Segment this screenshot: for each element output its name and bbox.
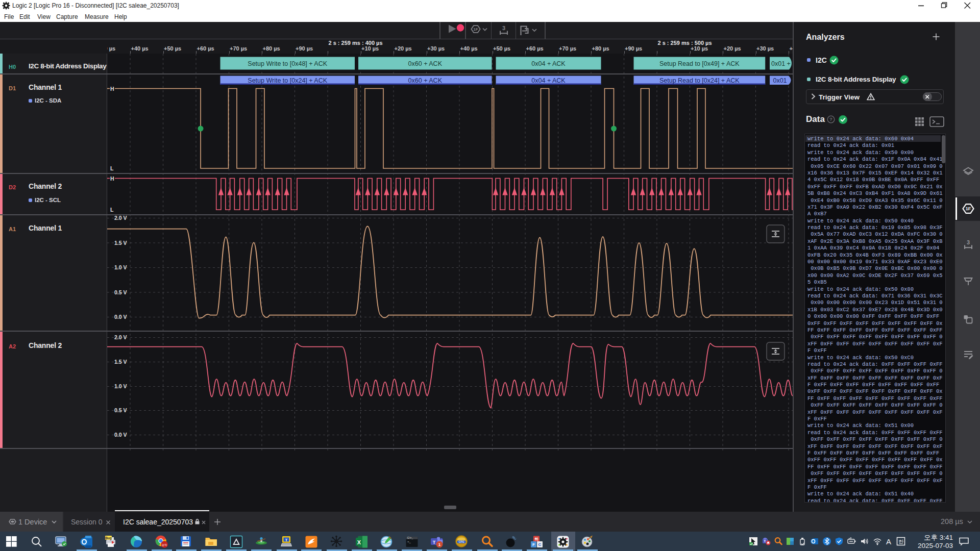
- svg-text:2.0 V: 2.0 V: [114, 215, 127, 221]
- svg-text:L: L: [110, 165, 114, 171]
- svg-text:T: T: [764, 539, 766, 543]
- svg-text:F: F: [532, 542, 535, 547]
- svg-text:A: A: [886, 537, 891, 546]
- svg-text:1: 1: [438, 542, 441, 547]
- svg-text:0.0 V: 0.0 V: [114, 314, 127, 320]
- svg-text:승혁: 승혁: [162, 543, 167, 546]
- svg-text:1.5 V: 1.5 V: [114, 359, 127, 365]
- svg-text:0x01 + N: 0x01 + N: [771, 60, 793, 67]
- svg-text:3: 3: [967, 239, 970, 245]
- svg-text:Bug: Bug: [105, 536, 112, 540]
- svg-text:H: H: [110, 86, 114, 92]
- svg-text:0.5 V: 0.5 V: [114, 289, 127, 295]
- svg-text:1F: 1F: [473, 27, 478, 32]
- svg-text:0.0 V: 0.0 V: [114, 432, 127, 438]
- svg-text:Setup Write to [0x48] + ACK: Setup Write to [0x48] + ACK: [248, 60, 327, 67]
- svg-text:0x01: 0x01: [773, 77, 787, 84]
- svg-text:0x60 + ACK: 0x60 + ACK: [408, 77, 443, 84]
- svg-text:1.5 V: 1.5 V: [114, 240, 127, 246]
- svg-text:X: X: [357, 539, 361, 545]
- svg-text:1.0 V: 1.0 V: [114, 383, 127, 389]
- svg-text:1.0 V: 1.0 V: [114, 264, 127, 270]
- svg-text:CFG: CFG: [458, 540, 464, 543]
- svg-text:0x04 + ACK: 0x04 + ACK: [531, 60, 566, 67]
- svg-text:Setup Read to [0x24] + ACK: Setup Read to [0x24] + ACK: [659, 77, 740, 84]
- svg-text:T: T: [433, 540, 436, 545]
- svg-text:한: 한: [898, 539, 904, 544]
- svg-text:?: ?: [829, 116, 832, 122]
- svg-text:H: H: [110, 176, 114, 182]
- svg-text:C: C: [538, 542, 542, 547]
- svg-text:2.0 V: 2.0 V: [114, 334, 127, 340]
- svg-text:L: L: [110, 207, 114, 213]
- svg-text:Setup Read to [0x49] + ACK: Setup Read to [0x49] + ACK: [659, 60, 740, 67]
- svg-text:0.5 V: 0.5 V: [114, 407, 127, 413]
- svg-text:>_: >_: [407, 540, 411, 543]
- svg-text:Setup Write to [0x24] + ACK: Setup Write to [0x24] + ACK: [248, 77, 327, 84]
- svg-text:0x60 + ACK: 0x60 + ACK: [408, 60, 443, 67]
- svg-text:3: 3: [502, 25, 505, 31]
- svg-text:하: 하: [534, 537, 538, 541]
- svg-text:1F: 1F: [966, 206, 971, 211]
- svg-text:T: T: [285, 538, 288, 542]
- svg-text:C:\>_: C:\>_: [407, 537, 413, 539]
- svg-text:0x04 + ACK: 0x04 + ACK: [531, 77, 566, 84]
